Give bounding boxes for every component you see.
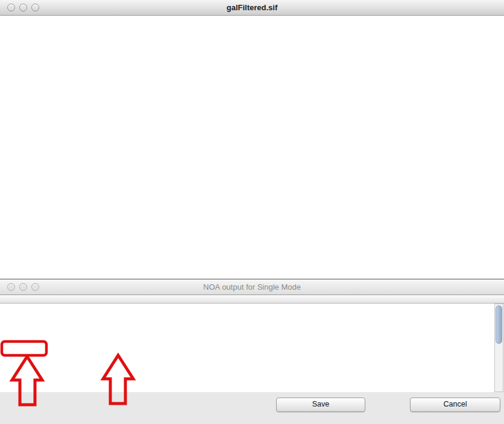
- table-header-row: [0, 295, 504, 304]
- network-canvas[interactable]: [0, 0, 504, 278]
- close-button[interactable]: [7, 283, 15, 291]
- noa-window-title: NOA output for Single Mode: [0, 279, 504, 295]
- table-scrollbar[interactable]: [494, 304, 503, 392]
- scrollbar-thumb[interactable]: [496, 305, 502, 344]
- save-button[interactable]: Save: [276, 398, 365, 412]
- minimize-button[interactable]: [19, 4, 27, 11]
- results-table: [0, 304, 494, 392]
- network-window-titlebar[interactable]: galFiltered.sif: [0, 0, 504, 16]
- cancel-button[interactable]: Cancel: [410, 398, 500, 412]
- zoom-button[interactable]: [31, 283, 39, 291]
- minimize-button[interactable]: [19, 283, 27, 291]
- network-window-title: galFiltered.sif: [0, 0, 504, 15]
- noa-window-titlebar[interactable]: NOA output for Single Mode: [0, 279, 504, 295]
- network-window: galFiltered.sif: [0, 0, 504, 278]
- noa-output-window: NOA output for Single Mode Save Cancel: [0, 279, 504, 424]
- close-button[interactable]: [7, 4, 15, 11]
- zoom-button[interactable]: [31, 4, 39, 11]
